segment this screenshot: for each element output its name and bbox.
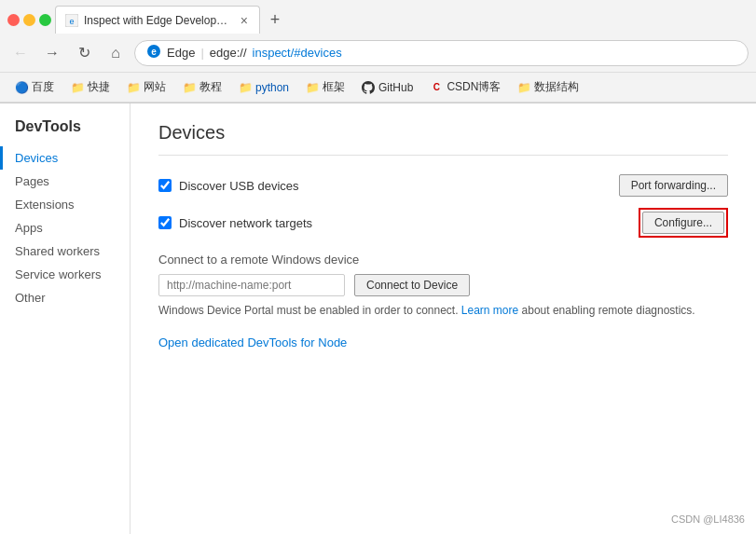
bookmarks-bar: 🔵 百度 📁 快捷 📁 网站 📁 教程 📁 python 📁 框架 GitHu: [0, 73, 756, 103]
warning-prefix: Windows Device Portal must be enabled in…: [158, 304, 459, 317]
sidebar-item-extensions[interactable]: Extensions: [0, 193, 130, 216]
close-window-btn[interactable]: [7, 14, 20, 26]
address-separator: |: [200, 46, 203, 60]
tab-title: Inspect with Edge Developer Too: [84, 14, 233, 27]
connect-device-btn[interactable]: Connect to Device: [354, 274, 470, 296]
warning-suffix: about enabling remote diagnostics.: [522, 304, 695, 317]
bookmark-csdn[interactable]: C CSDN博客: [422, 77, 508, 97]
devtools-node-link[interactable]: Open dedicated DevTools for Node: [158, 335, 347, 349]
csdn-icon: C: [430, 81, 443, 94]
home-btn[interactable]: ⌂: [103, 40, 129, 66]
kuangjia-icon: 📁: [306, 81, 319, 94]
remote-input-row: Connect to Device: [158, 274, 728, 296]
sidebar-item-other[interactable]: Other: [0, 286, 130, 309]
bookmark-wangzhan-label: 网站: [144, 79, 166, 95]
configure-btn[interactable]: Configure...: [642, 212, 724, 234]
bookmark-jiaocheng[interactable]: 📁 教程: [175, 77, 229, 97]
edge-browser-icon: e: [146, 44, 161, 62]
minimize-window-btn[interactable]: [23, 14, 35, 26]
bookmark-baidu-label: 百度: [32, 79, 54, 95]
sidebar-item-devices[interactable]: Devices: [0, 146, 130, 170]
svg-text:e: e: [69, 17, 74, 26]
learn-more-link[interactable]: Learn more: [461, 304, 518, 317]
bottom-credit: CSDN @LI4836: [671, 513, 745, 525]
sidebar: DevTools Devices Pages Extensions Apps S…: [0, 103, 131, 534]
configure-btn-wrapper: Configure...: [639, 208, 728, 238]
new-tab-btn[interactable]: +: [264, 8, 286, 31]
warning-text: Windows Device Portal must be enabled in…: [158, 304, 728, 317]
sidebar-item-pages[interactable]: Pages: [0, 170, 130, 193]
remote-windows-label: Connect to a remote Windows device: [158, 253, 728, 267]
bookmark-shujujiegou[interactable]: 📁 数据结构: [510, 77, 586, 97]
address-path: inspect/#devices: [253, 46, 342, 60]
bookmark-jiaocheng-label: 教程: [199, 79, 222, 95]
remote-url-input[interactable]: [158, 274, 345, 296]
shujujiegou-icon: 📁: [517, 81, 530, 94]
baidu-icon: 🔵: [15, 81, 28, 94]
bookmark-python[interactable]: 📁 python: [231, 79, 296, 96]
bookmark-github[interactable]: GitHub: [354, 79, 420, 96]
address-edge-label: Edge: [167, 46, 195, 60]
address-bar[interactable]: e Edge | edge://inspect/#devices: [134, 40, 749, 66]
tab-favicon: e: [65, 14, 78, 27]
bookmark-kuaijie-label: 快捷: [88, 79, 110, 95]
discover-usb-row: Discover USB devices Port forwarding...: [158, 174, 728, 197]
tab-close-btn[interactable]: ×: [239, 12, 250, 29]
bookmark-github-label: GitHub: [378, 81, 413, 94]
sidebar-item-apps[interactable]: Apps: [0, 216, 130, 240]
sidebar-item-shared-workers[interactable]: Shared workers: [0, 240, 130, 263]
kuaijie-icon: 📁: [71, 81, 84, 94]
forward-btn[interactable]: →: [39, 40, 65, 66]
address-scheme: edge://: [210, 46, 247, 60]
svg-text:e: e: [151, 47, 157, 57]
sidebar-item-service-workers[interactable]: Service workers: [0, 263, 130, 286]
bookmark-kuaijie[interactable]: 📁 快捷: [63, 77, 117, 97]
wangzhan-icon: 📁: [127, 81, 140, 94]
discover-usb-checkbox[interactable]: [158, 179, 172, 192]
bookmark-kuangjia-label: 框架: [323, 79, 345, 95]
remote-section: Connect to a remote Windows device Conne…: [158, 253, 728, 317]
jiaocheng-icon: 📁: [183, 81, 196, 94]
maximize-window-btn[interactable]: [39, 14, 51, 26]
sidebar-title: DevTools: [0, 118, 130, 146]
bookmark-kuangjia[interactable]: 📁 框架: [298, 77, 352, 97]
main-content: Devices Discover USB devices Port forwar…: [131, 103, 756, 534]
refresh-btn[interactable]: ↻: [71, 40, 97, 66]
bookmark-csdn-label: CSDN博客: [447, 79, 501, 95]
bookmark-wangzhan[interactable]: 📁 网站: [119, 77, 173, 97]
bookmark-baidu[interactable]: 🔵 百度: [7, 77, 62, 97]
page-title: Devices: [158, 122, 728, 156]
port-forwarding-btn[interactable]: Port forwarding...: [619, 174, 728, 197]
bookmark-shujujiegou-label: 数据结构: [534, 79, 579, 95]
active-tab[interactable]: e Inspect with Edge Developer Too ×: [55, 6, 260, 34]
discover-network-row: Discover network targets Configure...: [158, 208, 728, 238]
devtools-node-section: Open dedicated DevTools for Node: [158, 335, 728, 349]
python-icon: 📁: [239, 81, 252, 94]
discover-network-checkbox[interactable]: [158, 216, 172, 229]
bookmark-python-label: python: [255, 81, 289, 94]
discover-network-label: Discover network targets: [179, 216, 312, 230]
github-icon: [362, 81, 375, 94]
discover-usb-label: Discover USB devices: [179, 179, 299, 193]
back-btn[interactable]: ←: [7, 40, 34, 66]
